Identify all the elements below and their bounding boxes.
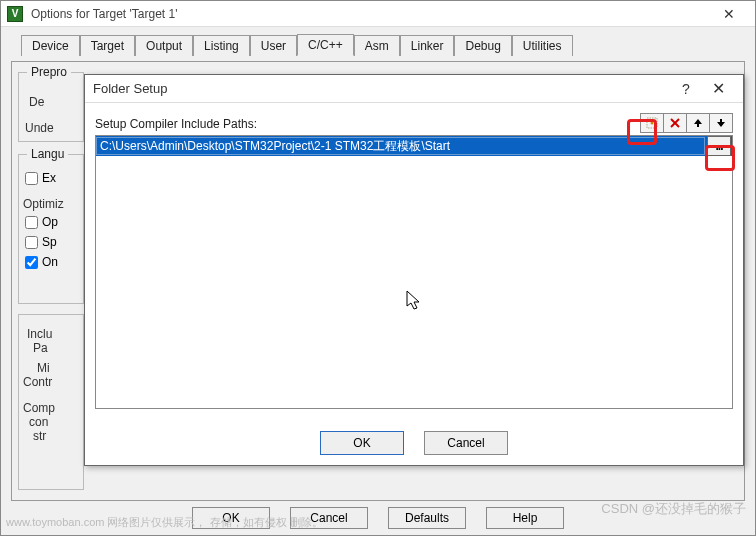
tab-cpp[interactable]: C/C++ <box>297 34 354 56</box>
path-row-selected[interactable]: ... <box>96 136 732 156</box>
move-up-button[interactable] <box>686 113 710 133</box>
app-icon: V <box>7 6 23 22</box>
cancel-button[interactable]: Cancel <box>424 431 508 455</box>
arrow-down-icon <box>715 117 727 129</box>
label-undefine: Unde <box>25 121 54 135</box>
new-path-button[interactable] <box>640 113 664 133</box>
tab-strip: Device Target Output Listing User C/C++ … <box>1 27 755 55</box>
label-ex: Ex <box>42 171 56 185</box>
help-icon[interactable]: ? <box>671 81 701 97</box>
chk-ex[interactable] <box>25 172 38 185</box>
label-control2: con <box>29 415 48 429</box>
tab-target[interactable]: Target <box>80 35 135 56</box>
tab-listing[interactable]: Listing <box>193 35 250 56</box>
label-define: De <box>29 95 44 109</box>
path-input[interactable] <box>96 137 705 155</box>
folder-setup-dialog: Folder Setup ? ✕ Setup Compiler Include … <box>84 74 744 466</box>
label-op: Op <box>42 215 58 229</box>
dialog-title: Folder Setup <box>93 81 671 96</box>
defaults-button[interactable]: Defaults <box>388 507 466 529</box>
close-icon[interactable]: ✕ <box>701 79 735 98</box>
left-column: Prepro De Unde Langu Ex Optimiz Op Sp On… <box>18 68 88 494</box>
tab-asm[interactable]: Asm <box>354 35 400 56</box>
watermark-left: www.toymoban.com 网络图片仅供展示， 存储，如有侵权 删除。 <box>6 515 323 530</box>
close-icon[interactable]: ✕ <box>709 1 749 27</box>
help-button[interactable]: Help <box>486 507 564 529</box>
group-language: Langu <box>27 147 68 161</box>
watermark-right: CSDN @还没掉毛的猴子 <box>601 500 746 518</box>
new-icon <box>646 117 658 129</box>
label-on: On <box>42 255 58 269</box>
label-sp: Sp <box>42 235 57 249</box>
dialog-body: Setup Compiler Include Paths: <box>85 103 743 409</box>
chk-sp[interactable] <box>25 236 38 249</box>
label-include: Inclu <box>27 327 52 341</box>
tab-linker[interactable]: Linker <box>400 35 455 56</box>
tab-output[interactable]: Output <box>135 35 193 56</box>
label-paths: Pa <box>33 341 48 355</box>
paths-listbox[interactable]: ... <box>95 135 733 409</box>
browse-button[interactable]: ... <box>707 136 731 156</box>
ellipsis-icon: ... <box>715 139 722 153</box>
ok-button[interactable]: OK <box>320 431 404 455</box>
path-toolbar <box>641 113 733 133</box>
delete-icon <box>669 117 681 129</box>
svg-point-1 <box>651 122 654 125</box>
label-optimize: Optimiz <box>23 197 64 211</box>
tab-utilities[interactable]: Utilities <box>512 35 573 56</box>
chk-op[interactable] <box>25 216 38 229</box>
include-paths-label: Setup Compiler Include Paths: <box>95 117 641 131</box>
label-misc: Mi <box>37 361 50 375</box>
tab-user[interactable]: User <box>250 35 297 56</box>
chk-on[interactable] <box>25 256 38 269</box>
dialog-button-row: OK Cancel <box>85 431 743 455</box>
label-controls: Contr <box>23 375 52 389</box>
titlebar: V Options for Target 'Target 1' ✕ <box>1 1 755 27</box>
arrow-up-icon <box>692 117 704 129</box>
group-prepro: Prepro <box>27 65 71 79</box>
delete-path-button[interactable] <box>663 113 687 133</box>
window-title: Options for Target 'Target 1' <box>31 7 709 21</box>
tab-device[interactable]: Device <box>21 35 80 56</box>
label-compiler: Comp <box>23 401 55 415</box>
dialog-titlebar: Folder Setup ? ✕ <box>85 75 743 103</box>
tab-debug[interactable]: Debug <box>454 35 511 56</box>
move-down-button[interactable] <box>709 113 733 133</box>
label-string: str <box>33 429 46 443</box>
